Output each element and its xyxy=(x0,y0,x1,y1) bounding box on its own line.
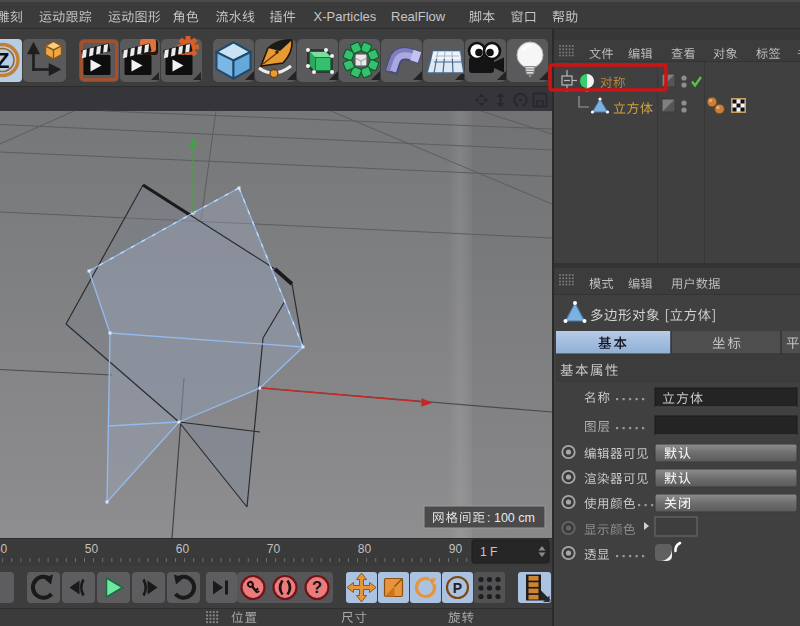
svg-text:50: 50 xyxy=(85,542,99,556)
svg-text:1 F: 1 F xyxy=(480,545,497,559)
svg-text:RealFlow: RealFlow xyxy=(391,9,446,24)
svg-text:?: ? xyxy=(312,578,322,596)
svg-text:90: 90 xyxy=(449,542,463,556)
svg-text:80: 80 xyxy=(358,542,372,556)
svg-text:60: 60 xyxy=(176,542,190,556)
svg-text:: 100 cm: : 100 cm xyxy=(487,511,535,525)
svg-text:P: P xyxy=(453,580,462,596)
svg-text:70: 70 xyxy=(267,542,281,556)
svg-text:Z: Z xyxy=(0,48,9,73)
svg-text:X-Particles: X-Particles xyxy=(314,9,377,24)
svg-text:40: 40 xyxy=(0,542,7,556)
